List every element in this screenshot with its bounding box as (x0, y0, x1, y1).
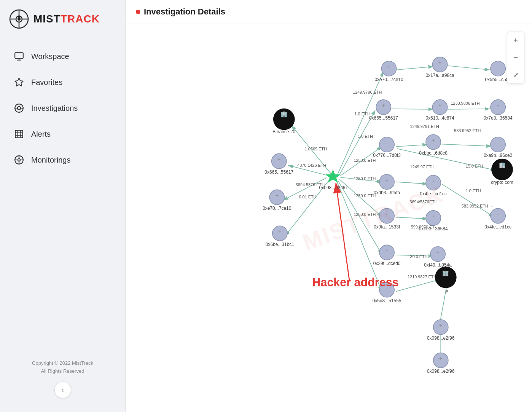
svg-text:+: + (387, 64, 390, 70)
svg-text:🏢: 🏢 (499, 161, 506, 168)
svg-text:1249.9796 ETH: 1249.9796 ETH (353, 90, 382, 94)
main-content: Investigation Details MISTTRACK + − ⤢ (126, 0, 532, 412)
sidebar-item-label: Favorites (31, 78, 62, 87)
svg-line-54 (336, 183, 350, 281)
star-icon (14, 77, 24, 88)
svg-text:1.0 ETH: 1.0 ETH (466, 188, 481, 193)
svg-text:0x098...e2f96: 0x098...e2f96 (427, 369, 455, 374)
svg-text:0xa9b...96ce2: 0xa9b...96ce2 (484, 153, 513, 158)
svg-line-42 (388, 109, 433, 109)
alert-icon (14, 129, 24, 139)
svg-line-44 (396, 145, 428, 147)
svg-marker-11 (15, 78, 23, 86)
svg-rect-8 (15, 53, 23, 58)
svg-text:1233.9806 ETH: 1233.9806 ETH (451, 101, 479, 105)
svg-text:1250.0 ETH: 1250.0 ETH (354, 176, 376, 181)
svg-text:+: + (385, 140, 388, 146)
svg-text:+: + (496, 211, 499, 217)
svg-text:🏢: 🏢 (442, 270, 449, 276)
svg-text:583.9952 ETH: 583.9952 ETH (454, 128, 481, 133)
zoom-in-button[interactable]: + (507, 32, 524, 49)
svg-text:0x098...e2f96: 0x098...e2f96 (319, 185, 347, 190)
monitor-icon (14, 51, 24, 62)
svg-text:1249.97 ETH: 1249.97 ETH (410, 164, 435, 169)
svg-text:3694/5376ETH: 3694/5376ETH (410, 200, 438, 204)
svg-text:1249.9791 ETH: 1249.9791 ETH (410, 124, 439, 129)
nav-items: Workspace Favorites Investigations (0, 38, 125, 359)
svg-text:+: + (439, 322, 442, 328)
svg-text:0x17a...a98ca: 0x17a...a98ca (425, 73, 454, 78)
logo-area: MISTTRACK (0, 0, 125, 38)
sidebar: MISTTRACK Workspace Favorites (0, 0, 126, 412)
svg-text:1250.0 ETH: 1250.0 ETH (354, 212, 376, 217)
sidebar-item-monitorings[interactable]: Monitorings (6, 148, 119, 172)
investigation-icon (14, 103, 24, 113)
svg-text:+: + (496, 64, 499, 70)
svg-line-51 (396, 279, 440, 292)
svg-text:0xe70...7ce10: 0xe70...7ce10 (374, 77, 403, 82)
logo-icon (9, 9, 29, 29)
svg-rect-16 (15, 130, 23, 138)
svg-text:4870.1426 ETH: 4870.1426 ETH (297, 163, 326, 168)
page-title: Investigation Details (144, 7, 225, 17)
monitoring-icon (14, 155, 24, 165)
svg-text:+: + (277, 156, 280, 162)
svg-text:0x7e3...36584: 0x7e3...36584 (419, 226, 448, 232)
svg-text:1250.0 ETH: 1250.0 ETH (354, 158, 376, 163)
svg-text:1250.0 ETH: 1250.0 ETH (354, 193, 376, 198)
svg-text:+: + (385, 248, 388, 254)
svg-text:+: + (432, 178, 435, 184)
svg-text:583.9952 ETH →: 583.9952 ETH → (462, 204, 494, 208)
svg-text:0x098...e2f96: 0x098...e2f96 (427, 335, 455, 341)
svg-text:0x4fe...cd1cc: 0x4fe...cd1cc (420, 191, 447, 196)
svg-text:1.0 ETH: 1.0 ETH (355, 112, 370, 116)
svg-text:+: + (385, 211, 388, 217)
svg-text:🏢: 🏢 (280, 111, 288, 118)
svg-line-45 (441, 144, 491, 146)
logo-text: MISTTRACK (33, 13, 100, 25)
svg-text:0xe70...7ce10: 0xe70...7ce10 (263, 206, 291, 211)
svg-text:0x776...7d0f3: 0x776...7d0f3 (373, 153, 401, 158)
svg-text:0x6be...31bc1: 0x6be...31bc1 (266, 242, 295, 247)
svg-line-40 (397, 67, 433, 70)
sidebar-item-favorites[interactable]: Favorites (6, 70, 119, 94)
collapse-button[interactable]: ‹ (54, 382, 71, 398)
svg-line-43 (448, 109, 490, 109)
svg-point-13 (18, 107, 21, 110)
svg-text:0x665...55617: 0x665...55617 (264, 169, 293, 175)
svg-text:0.01 ETH: 0.01 ETH (299, 195, 317, 199)
zoom-out-button[interactable]: − (507, 49, 524, 66)
svg-text:0x610...4c874: 0x610...4c874 (425, 115, 454, 121)
svg-text:0x5d8...51555: 0x5d8...51555 (373, 298, 401, 303)
sidebar-item-investigations[interactable]: Investigations (6, 96, 119, 120)
svg-text:+: + (432, 213, 435, 219)
svg-line-41 (448, 66, 490, 70)
svg-text:0x4fe...cd1cc: 0x4fe...cd1cc (484, 224, 511, 230)
svg-text:+: + (496, 140, 499, 146)
svg-text:+: + (385, 177, 388, 183)
svg-text:1.0 ETH: 1.0 ETH (358, 134, 373, 139)
sidebar-item-label: Workspace (31, 52, 69, 61)
move-button[interactable]: ⤢ (507, 66, 524, 83)
sidebar-item-label: Monitorings (31, 156, 70, 164)
sidebar-item-alerts[interactable]: Alerts (6, 122, 119, 146)
svg-text:1.0569 ETH: 1.0569 ETH (305, 147, 327, 151)
sidebar-item-label: Investigations (31, 104, 78, 113)
sidebar-item-workspace[interactable]: Workspace (6, 44, 119, 69)
copyright: Copyright © 2022 MistTrack All Rights Re… (0, 359, 125, 382)
main-header: Investigation Details (126, 0, 532, 24)
svg-text:+: + (432, 137, 435, 143)
zoom-controls: + − ⤢ (507, 32, 524, 83)
svg-text:0xdb3...9f5fa: 0xdb3...9f5fa (374, 190, 400, 195)
svg-text:+: + (438, 59, 441, 65)
graph-container[interactable]: MISTTRACK + − ⤢ (126, 24, 532, 412)
svg-text:0x29f...dced0: 0x29f...dced0 (373, 261, 401, 266)
hacker-label: Hacker address (312, 276, 398, 289)
svg-text:ftx: ftx (443, 288, 448, 294)
svg-point-6 (18, 18, 21, 21)
svg-text:0x7e3...36584: 0x7e3...36584 (484, 115, 513, 121)
svg-text:+: + (278, 228, 281, 235)
svg-line-47 (396, 182, 428, 184)
svg-text:Binance 20: Binance 20 (272, 129, 295, 134)
svg-text:+: + (439, 355, 442, 361)
